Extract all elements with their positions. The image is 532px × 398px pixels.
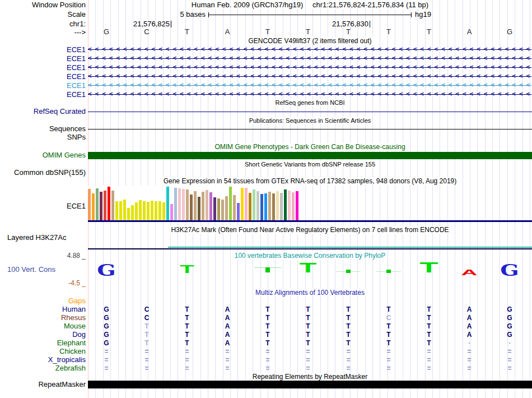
gtex-bar[interactable] bbox=[249, 193, 251, 220]
gene-row-label[interactable]: ECE1 bbox=[0, 46, 86, 54]
species-label[interactable]: Human bbox=[0, 306, 86, 313]
gtex-bar[interactable] bbox=[178, 188, 181, 220]
gtex-bar[interactable] bbox=[147, 202, 150, 220]
gtex-bar[interactable] bbox=[213, 197, 216, 220]
alignment-cell: T bbox=[422, 314, 436, 322]
gtex-bar[interactable] bbox=[166, 187, 169, 220]
cons-title[interactable]: 100 vertebrates Basewise Conservation by… bbox=[88, 252, 532, 260]
species-label[interactable]: Rhesus bbox=[0, 314, 86, 322]
gtex-bar[interactable] bbox=[92, 193, 95, 220]
gtex-title[interactable]: Gene Expression in 54 tissues from GTEx … bbox=[88, 178, 532, 185]
gtex-bar[interactable] bbox=[158, 201, 161, 220]
gene-row-ece1[interactable]: <<<<<<<<<<<<<<<<<<<<<<<<<<<<<<<<<<<<<<<<… bbox=[88, 73, 531, 80]
gtex-bar[interactable] bbox=[280, 193, 283, 220]
gtex-bar[interactable] bbox=[96, 188, 99, 220]
gtex-bar[interactable] bbox=[225, 196, 228, 220]
gtex-bar[interactable] bbox=[104, 191, 106, 220]
gtex-bar[interactable] bbox=[139, 200, 142, 220]
refseq-curated-line[interactable] bbox=[88, 112, 532, 112]
gene-row-ece1[interactable]: <<<<<<<<<<<<<<<<<<<<<<<<<<<<<<<<<<<<<<<<… bbox=[88, 64, 531, 71]
gencode-title[interactable]: GENCODE V49lift37 (2 items filtered out) bbox=[88, 38, 532, 45]
gtex-bar[interactable] bbox=[174, 188, 177, 220]
refseq-curated-label[interactable]: RefSeq Curated bbox=[0, 108, 86, 115]
gtex-bar[interactable] bbox=[241, 188, 244, 220]
snps-label[interactable]: SNPs bbox=[0, 133, 86, 141]
gtex-bar[interactable] bbox=[119, 201, 122, 220]
gtex-bar[interactable] bbox=[123, 200, 126, 220]
gtex-bar[interactable] bbox=[292, 192, 295, 220]
gtex-bar[interactable] bbox=[288, 191, 291, 220]
gtex-bar[interactable] bbox=[151, 201, 153, 220]
dbsnp-title[interactable]: Short Genetic Variants from dbSNP releas… bbox=[88, 161, 532, 168]
omim-genes-label[interactable]: OMIM Genes bbox=[0, 151, 86, 159]
gtex-bar[interactable] bbox=[170, 204, 173, 220]
gtex-bar[interactable] bbox=[284, 189, 287, 220]
gtex-bar[interactable] bbox=[131, 205, 134, 220]
layered-h3k27ac-label[interactable]: Layered H3K27Ac bbox=[7, 234, 67, 242]
gtex-bar[interactable] bbox=[190, 195, 193, 220]
gtex-bar[interactable] bbox=[276, 191, 279, 220]
gtex-bar[interactable] bbox=[108, 187, 110, 220]
common-dbsnp-label[interactable]: Common dbSNP(155) bbox=[0, 169, 86, 177]
species-label[interactable]: Zebrafish bbox=[0, 364, 86, 372]
gene-row-ece1[interactable]: <<<<<<<<<<<<<<<<<<<<<<<<<<<<<<<<<<<<<<<<… bbox=[88, 91, 531, 98]
gene-row-label[interactable]: ECE1 bbox=[0, 55, 86, 63]
publications-title[interactable]: Publications: Sequences in Scientific Ar… bbox=[88, 117, 532, 124]
refseq-genes-title[interactable]: RefSeq genes from NCBI bbox=[88, 99, 532, 107]
gaps-label[interactable]: Gaps bbox=[0, 297, 86, 305]
repeatmasker-title[interactable]: Repeating Elements by RepeatMasker bbox=[88, 373, 532, 381]
gtex-bar[interactable] bbox=[202, 192, 204, 220]
gene-row-ece1[interactable]: <<<<<<<<<<<<<<<<<<<<<<<<<<<<<<<<<<<<<<<<… bbox=[88, 55, 531, 62]
species-label[interactable]: Dog bbox=[0, 331, 86, 339]
gtex-gene-label[interactable]: ECE1 bbox=[0, 202, 86, 210]
repeatmasker-label[interactable]: RepeatMasker bbox=[0, 381, 86, 388]
species-label[interactable]: Chicken bbox=[0, 348, 86, 355]
gtex-bar[interactable] bbox=[182, 189, 185, 220]
gene-row-ece1[interactable]: <<<<<<<<<<<<<<<<<<<<<<<<<<<<<<<<<<<<<<<<… bbox=[88, 46, 531, 53]
gtex-bar[interactable] bbox=[111, 191, 114, 220]
gtex-bar[interactable] bbox=[229, 187, 232, 220]
gene-row-ece1[interactable]: <<<<<<<<<<<<<<<<<<<<<<<<<<<<<<<<<<<<<<<<… bbox=[88, 82, 531, 89]
gtex-bar[interactable] bbox=[206, 190, 208, 220]
species-label[interactable]: Mouse bbox=[0, 322, 86, 330]
species-label[interactable]: X_tropicalis bbox=[0, 356, 86, 364]
gtex-bar[interactable] bbox=[260, 194, 263, 220]
gtex-bar[interactable] bbox=[268, 192, 271, 220]
repeatmasker-bar[interactable] bbox=[88, 381, 532, 388]
gene-row-label[interactable]: ECE1 bbox=[0, 64, 86, 72]
gtex-bar[interactable] bbox=[217, 198, 220, 220]
gtex-bar[interactable] bbox=[162, 202, 165, 220]
gene-row-label[interactable]: ECE1 bbox=[0, 91, 86, 99]
sequences-line[interactable] bbox=[88, 129, 532, 129]
sequences-label[interactable]: Sequences bbox=[0, 125, 86, 133]
gtex-bar[interactable] bbox=[100, 192, 102, 220]
gtex-bar[interactable] bbox=[233, 195, 236, 220]
gtex-bar[interactable] bbox=[88, 189, 91, 220]
multiz-title[interactable]: Multiz Alignments of 100 Vertebrates bbox=[88, 289, 532, 297]
gtex-bar[interactable] bbox=[209, 192, 212, 220]
gene-row-label[interactable]: ECE1 bbox=[0, 82, 86, 90]
cons-track-label[interactable]: 100 Vert. Cons bbox=[7, 266, 55, 274]
gtex-bar[interactable] bbox=[186, 189, 189, 220]
gtex-bar[interactable] bbox=[272, 193, 275, 220]
gtex-bar[interactable] bbox=[143, 201, 146, 220]
gtex-bar[interactable] bbox=[135, 202, 138, 220]
h3k27ac-title[interactable]: H3K27Ac Mark (Often Found Near Active Re… bbox=[88, 226, 532, 234]
gtex-bar[interactable] bbox=[198, 197, 200, 220]
species-label[interactable]: Elephant bbox=[0, 339, 86, 347]
gtex-bar[interactable] bbox=[237, 203, 240, 220]
gtex-bar[interactable] bbox=[256, 191, 259, 220]
gtex-bar[interactable] bbox=[115, 201, 118, 220]
gene-row-label[interactable]: ECE1 bbox=[0, 73, 86, 81]
omim-title[interactable]: OMIM Gene Phenotypes - Dark Green Can Be… bbox=[88, 144, 532, 151]
gtex-bar[interactable] bbox=[194, 191, 197, 220]
gtex-bar[interactable] bbox=[155, 201, 157, 220]
gtex-bar[interactable] bbox=[221, 200, 224, 220]
omim-bar[interactable] bbox=[88, 152, 532, 159]
gtex-bar[interactable] bbox=[253, 189, 255, 220]
gtex-bar[interactable] bbox=[127, 208, 130, 220]
gtex-bar[interactable] bbox=[245, 188, 248, 220]
gtex-bar[interactable] bbox=[296, 191, 298, 220]
gtex-bar[interactable] bbox=[264, 193, 267, 220]
alignment-cell: T bbox=[301, 331, 315, 339]
